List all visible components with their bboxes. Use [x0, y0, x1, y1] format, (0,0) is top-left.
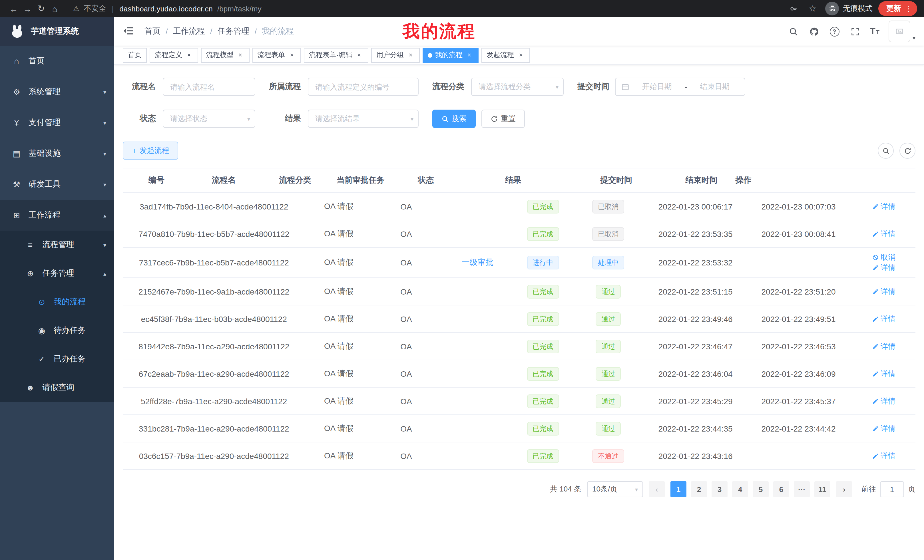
tab[interactable]: 发起流程 ×	[482, 48, 530, 63]
tab[interactable]: 流程模型 ×	[201, 48, 249, 63]
tab[interactable]: 我的流程 ×	[423, 48, 478, 63]
forward-icon[interactable]: →	[21, 2, 34, 15]
detail-link[interactable]: 详情	[872, 423, 896, 434]
incognito-badge[interactable]: 无痕模式	[825, 2, 873, 15]
sidebar-item[interactable]: ⌂ 首页	[0, 46, 114, 76]
menu-label: 流程管理	[42, 240, 96, 250]
logo[interactable]: 芋道管理系统	[0, 17, 114, 46]
close-icon[interactable]: ×	[465, 51, 473, 59]
breadcrumb-item[interactable]: 我的流程	[262, 26, 294, 36]
parent-process-label: 所属流程	[269, 82, 308, 92]
breadcrumb: 首页 / 工作流程 / 任务管理 / 我的流程	[144, 26, 294, 36]
update-button[interactable]: 更新 ⋮	[878, 1, 917, 16]
menu-icon: ☻	[25, 383, 35, 392]
detail-link[interactable]: 详情	[872, 229, 896, 239]
process-name-input[interactable]	[163, 78, 255, 96]
address-bar[interactable]: ⚠ 不安全 | dashboard.yudao.iocoder.cn/bpm/t…	[73, 3, 786, 14]
github-icon[interactable]	[808, 26, 819, 37]
tab[interactable]: 流程定义 ×	[150, 48, 198, 63]
search-button[interactable]: 搜索	[432, 109, 476, 128]
help-icon[interactable]: ?	[829, 26, 840, 37]
breadcrumb-item[interactable]: 首页	[144, 26, 160, 36]
parent-process-input[interactable]	[308, 78, 418, 96]
sidebar-item[interactable]: ⚒ 研发工具 ▾	[0, 169, 114, 200]
refresh-table-button[interactable]	[900, 143, 915, 159]
sidebar-item[interactable]: ⊞ 工作流程 ▴	[0, 200, 114, 231]
prev-page-button[interactable]: ‹	[649, 481, 665, 497]
search-icon[interactable]	[788, 26, 799, 37]
font-size-icon[interactable]: TT	[870, 27, 879, 36]
sidebar-item[interactable]: ≡ 流程管理 ▾	[0, 231, 114, 259]
cell-end-time: 2022-01-23 00:07:03	[745, 197, 852, 216]
result-badge: 不通过	[592, 449, 624, 463]
task-link[interactable]: 一级审批	[461, 258, 494, 267]
key-icon[interactable]	[786, 2, 800, 15]
sidebar-item[interactable]: ◉ 待办任务	[0, 316, 114, 345]
back-icon[interactable]: ←	[7, 2, 21, 15]
browser-menu-icon[interactable]: ⋮	[904, 4, 913, 13]
bookmark-star-icon[interactable]: ☆	[806, 2, 819, 15]
reset-button[interactable]: 重置	[482, 109, 525, 128]
page-button[interactable]: 5	[753, 481, 769, 497]
page-button[interactable]: 4	[732, 481, 748, 497]
page-button[interactable]: 11	[814, 481, 830, 497]
sidebar-item[interactable]: ⊕ 任务管理 ▴	[0, 259, 114, 288]
detail-link[interactable]: 详情	[872, 451, 896, 461]
cell-actions: 详情	[852, 197, 915, 216]
page-button[interactable]: 1	[670, 481, 686, 497]
close-icon[interactable]: ×	[517, 51, 525, 59]
detail-link[interactable]: 详情	[872, 314, 896, 324]
page-button[interactable]: ···	[794, 481, 810, 497]
cancel-link[interactable]: 取消	[872, 252, 896, 263]
sidebar-item[interactable]: ⊙ 我的流程	[0, 288, 114, 316]
sidebar-item[interactable]: ⚙ 系统管理 ▾	[0, 76, 114, 107]
page-button[interactable]: 2	[691, 481, 707, 497]
page-button[interactable]: 3	[711, 481, 728, 497]
user-menu[interactable]: ▾	[889, 21, 915, 42]
close-icon[interactable]: ×	[236, 51, 244, 59]
breadcrumb-item[interactable]: 任务管理	[218, 26, 249, 36]
submit-time-range-picker[interactable]: 开始日期 - 结束日期	[615, 78, 745, 96]
result-select[interactable]: 请选择流结果 ▾	[308, 109, 418, 128]
menu-icon: ▤	[11, 149, 22, 158]
close-icon[interactable]: ×	[288, 51, 296, 59]
menu-label: 我的流程	[54, 297, 106, 307]
tab[interactable]: 用户分组 ×	[371, 48, 420, 63]
page-button[interactable]: 6	[773, 481, 789, 497]
cell-id: 331bc281-7b9a-11ec-a290-acde48001122	[123, 419, 305, 437]
close-icon[interactable]: ×	[406, 51, 415, 59]
tab[interactable]: 流程表单-编辑 ×	[304, 48, 368, 63]
next-page-button[interactable]: ›	[836, 481, 852, 497]
fullscreen-icon[interactable]	[849, 26, 861, 37]
start-process-button[interactable]: + 发起流程	[123, 142, 178, 160]
detail-link[interactable]: 详情	[872, 201, 896, 211]
tab[interactable]: 首页	[123, 48, 147, 63]
detail-link[interactable]: 详情	[872, 396, 896, 406]
sidebar-item[interactable]: ¥ 支付管理 ▾	[0, 107, 114, 138]
sidebar-item[interactable]: ☻ 请假查询	[0, 373, 114, 402]
browser-home-icon[interactable]: ⌂	[48, 2, 62, 15]
cell-submit-time: 2022-01-22 23:44:35	[646, 419, 745, 437]
close-icon[interactable]: ×	[355, 51, 363, 59]
page-size-select[interactable]: 10条/页 ▾	[587, 481, 643, 497]
column-header: 编号	[123, 168, 190, 192]
detail-link[interactable]: 详情	[872, 341, 896, 351]
reload-icon[interactable]: ↻	[34, 2, 48, 15]
close-icon[interactable]: ×	[185, 51, 193, 59]
breadcrumb-item[interactable]: 工作流程	[173, 26, 205, 36]
sidebar-item[interactable]: ▤ 基础设施 ▾	[0, 138, 114, 169]
tab-label: 流程定义	[155, 50, 182, 60]
sidebar-item[interactable]: ✓ 已办任务	[0, 345, 114, 373]
tags-bar: 首页 流程定义 × 流程模型 ×	[114, 46, 924, 65]
hamburger-icon[interactable]	[123, 25, 135, 38]
column-header: 流程分类	[258, 168, 333, 192]
detail-link[interactable]: 详情	[872, 368, 896, 379]
status-select[interactable]: 请选择状态 ▾	[163, 109, 255, 128]
toggle-search-button[interactable]	[878, 143, 894, 159]
category-select[interactable]: 请选择流程分类 ▾	[471, 78, 564, 96]
jump-page-input[interactable]	[880, 481, 904, 497]
detail-link[interactable]: 详情	[872, 286, 896, 296]
detail-link[interactable]: 详情	[872, 263, 896, 273]
tab[interactable]: 流程表单 ×	[252, 48, 301, 63]
cell-id: 7317cec6-7b9b-11ec-b5b7-acde48001122	[123, 253, 305, 272]
